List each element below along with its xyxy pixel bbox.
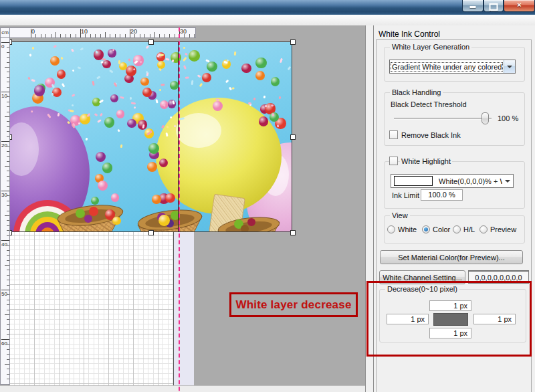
threshold-slider-thumb[interactable] (481, 112, 489, 124)
candy-dot (213, 101, 223, 111)
radio-icon (479, 225, 488, 233)
view-radio-white[interactable]: White (387, 225, 417, 233)
sprinkle-speck (279, 96, 281, 99)
selection-handle[interactable] (148, 230, 154, 235)
candy-dot (259, 116, 269, 126)
white-color-swatch (394, 176, 433, 186)
candy-dot (50, 56, 60, 66)
candy-dot (255, 58, 266, 68)
panel-title: White Ink Control (379, 29, 440, 39)
radio-label: H/L (463, 225, 475, 233)
selection-handle[interactable] (290, 230, 296, 235)
candy-dot (157, 61, 165, 69)
sprinkle-speck (185, 77, 189, 79)
sprinkle-speck (276, 124, 279, 128)
candy-dot (102, 60, 111, 69)
ruler-unit-label: cm (0, 27, 10, 38)
canvas-workspace[interactable]: 0102030 010203040506070 cm White layer d… (0, 25, 365, 392)
titlebar: × (0, 0, 535, 15)
candy-dot (34, 85, 45, 96)
candy-dot (241, 64, 251, 74)
threshold-value: 100 % (498, 114, 518, 122)
ruler-label: 50 (1, 291, 9, 297)
chevron-down-icon (507, 66, 512, 68)
sprinkle-speck (72, 104, 74, 106)
maximize-icon (490, 3, 498, 11)
page-margin-guide (179, 27, 180, 392)
radio-icon (453, 225, 461, 233)
horizontal-scrollbar[interactable] (0, 385, 365, 392)
ruler-label: 0 (1, 43, 9, 50)
dropdown-arrow-button[interactable] (504, 60, 515, 73)
sprinkle-speck (112, 48, 114, 51)
sprinkle-speck (78, 122, 80, 124)
selection-handle[interactable] (290, 39, 296, 45)
candy-dot (104, 117, 114, 127)
candy-dot (159, 159, 168, 167)
chevron-down-icon (505, 180, 510, 183)
ruler-label: 30 (1, 192, 9, 198)
close-icon: × (504, 1, 534, 9)
sprinkle-speck (272, 104, 274, 106)
ruler-label: 10 (1, 93, 9, 99)
dropdown-value: Gradient White under any colored pixel (390, 62, 504, 72)
sprinkle-speck (31, 47, 33, 50)
sprinkle-speck (142, 124, 144, 128)
ink-limit-field[interactable]: 100.0 % (421, 189, 463, 201)
candy-dot (152, 195, 161, 204)
radio-label: White (398, 225, 417, 233)
view-radio-hl[interactable]: H/L (453, 225, 475, 233)
candy-dot (102, 163, 112, 173)
minimize-button[interactable] (462, 0, 484, 12)
candy-dot (98, 181, 108, 191)
ink-limit-label: Ink Limit (392, 191, 419, 199)
remove-black-ink-checkbox[interactable] (389, 130, 398, 139)
placed-image[interactable] (9, 41, 292, 232)
threshold-slider-track[interactable] (394, 118, 492, 120)
candy-dot (207, 62, 217, 72)
selection-handle[interactable] (290, 134, 296, 140)
sprinkle-speck (131, 102, 136, 104)
group-title: View (390, 211, 410, 219)
candy-dot (57, 70, 66, 78)
selection-handle[interactable] (148, 39, 154, 45)
placed-image-selection[interactable] (9, 41, 292, 232)
ruler-label: 40 (1, 241, 9, 248)
view-radio-color[interactable]: Color (422, 225, 450, 233)
dropdown-arrow-button[interactable] (502, 175, 513, 187)
annotation-highlight-rect (366, 281, 532, 357)
sprinkle-speck (130, 97, 132, 100)
ruler-label: 20 (130, 28, 137, 35)
white-layer-generation-dropdown[interactable]: Gradient White under any colored pixel (389, 60, 516, 74)
ruler-label: 10 (81, 28, 88, 35)
ruler-label: 30 (180, 28, 187, 35)
toolbar (0, 15, 535, 26)
maximize-button[interactable] (484, 0, 504, 12)
candy-dot (112, 217, 121, 225)
ruler-label: 20 (1, 142, 9, 149)
candy-dot (189, 50, 200, 62)
candy-dot (255, 71, 265, 80)
white-highlight-dropdown[interactable]: White(0,0,0,0)% + White (391, 174, 514, 188)
candy-dot (165, 193, 175, 203)
candy-dot (148, 143, 159, 154)
window-controls: × (462, 0, 535, 12)
sprinkle-speck (78, 66, 82, 69)
view-radio-preview[interactable]: Preview (479, 225, 516, 233)
radio-label: Preview (490, 225, 516, 233)
candy-dot (96, 152, 106, 162)
candy-dot (126, 66, 136, 76)
candy-dot (271, 77, 280, 86)
close-button[interactable]: × (504, 0, 535, 12)
sprinkle-speck (272, 113, 274, 116)
dropdown-value: White(0,0,0,0)% + White (437, 176, 502, 187)
horizontal-ruler: 0102030 (9, 27, 196, 38)
sprinkle-speck (57, 112, 60, 116)
button-label: Set Material Color(for Preview)... (398, 254, 505, 262)
white-highlight-label: White Highlight (400, 157, 452, 165)
group-title: Black Handling (390, 88, 443, 96)
sprinkle-speck (118, 60, 120, 64)
candy-dot (158, 215, 170, 226)
white-highlight-checkbox[interactable] (389, 157, 398, 165)
set-material-color-button[interactable]: Set Material Color(for Preview)... (380, 250, 523, 264)
